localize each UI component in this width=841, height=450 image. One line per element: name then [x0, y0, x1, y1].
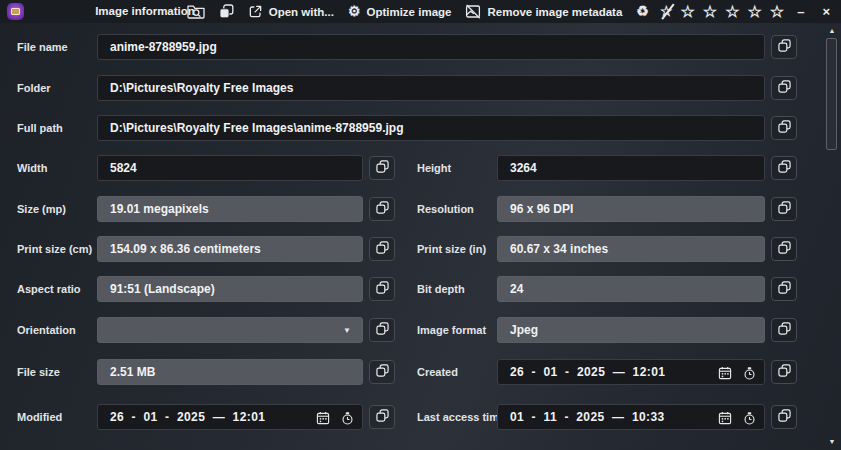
- scrollbar-thumb[interactable]: [826, 38, 837, 150]
- copy-icon: [376, 201, 389, 217]
- last-access-datetime-input[interactable]: 01 - 11 - 2025 — 10:33: [497, 404, 765, 430]
- star-icon: ☆: [680, 1, 694, 22]
- app-logo-icon: [7, 3, 24, 20]
- copy-icon: [778, 322, 791, 338]
- copy-icon: [778, 364, 791, 380]
- orientation-dropdown[interactable]: ▼: [97, 317, 363, 343]
- image-format-value[interactable]: Jpeg: [497, 317, 765, 343]
- row-size-resolution: Size (mp) 19.01 megapixels Resolution 96…: [0, 196, 820, 222]
- remove-metadata-button[interactable]: Remove image metadata: [458, 1, 629, 22]
- clock-icon[interactable]: [740, 364, 758, 382]
- size-mp-label: Size (mp): [17, 196, 66, 222]
- file-size-label: File size: [17, 359, 60, 385]
- last-access-label: Last access time: [417, 404, 505, 430]
- resolution-label: Resolution: [417, 196, 474, 222]
- copy-full-path-button[interactable]: [771, 116, 797, 140]
- gear-icon: ⚙: [348, 1, 361, 22]
- copy-print-cm-button[interactable]: [369, 237, 395, 261]
- clock-icon[interactable]: [338, 409, 356, 427]
- file-name-input[interactable]: anime-8788959.jpg: [97, 34, 765, 60]
- close-button[interactable]: ×: [813, 1, 839, 22]
- copy-image-button[interactable]: [212, 1, 241, 22]
- row-file-name: File name anime-8788959.jpg: [0, 34, 820, 60]
- calendar-icon[interactable]: [716, 409, 734, 427]
- copy-last-access-button[interactable]: [771, 405, 797, 429]
- star-icon: ☆: [725, 1, 739, 22]
- calendar-icon[interactable]: [716, 364, 734, 382]
- copy-print-in-button[interactable]: [771, 237, 797, 261]
- file-size-value[interactable]: 2.51 MB: [97, 359, 363, 385]
- aspect-ratio-label: Aspect ratio: [17, 276, 81, 302]
- copy-file-size-button[interactable]: [369, 360, 395, 384]
- copy-icon: [778, 160, 791, 176]
- copy-width-button[interactable]: [369, 156, 395, 180]
- copy-height-button[interactable]: [771, 156, 797, 180]
- scroll-up-icon[interactable]: ▲: [824, 26, 840, 36]
- bit-depth-value[interactable]: 24: [497, 276, 765, 302]
- copy-icon: [376, 281, 389, 297]
- vertical-scrollbar[interactable]: ▲ ▼: [824, 23, 840, 450]
- copy-size-mp-button[interactable]: [369, 197, 395, 221]
- star-rating-4-button[interactable]: ☆: [743, 1, 765, 22]
- copy-icon: [376, 409, 389, 425]
- orientation-label: Orientation: [17, 317, 76, 343]
- star-rating-2-button[interactable]: ☆: [699, 1, 721, 22]
- copy-icon: [778, 80, 791, 96]
- full-path-input[interactable]: D:\Pictures\Royalty Free Images\anime-87…: [97, 115, 765, 141]
- copy-icon: [376, 241, 389, 257]
- star-icon: ☆: [770, 1, 784, 22]
- titlebar: Image information: [0, 0, 841, 23]
- minimize-button[interactable]: –: [788, 1, 813, 22]
- scroll-down-icon[interactable]: ▼: [824, 437, 840, 447]
- resolution-value[interactable]: 96 x 96 DPI: [497, 196, 765, 222]
- open-with-button[interactable]: Open with...: [241, 1, 341, 22]
- file-name-label: File name: [17, 34, 68, 60]
- aspect-ratio-value[interactable]: 91:51 (Landscape): [97, 276, 363, 302]
- open-with-label: Open with...: [269, 6, 334, 18]
- titlebar-actions: Open with... ⚙ Optimize image Remove ima…: [180, 0, 839, 23]
- print-size-in-label: Print size (in): [417, 236, 486, 262]
- folder-search-icon: [187, 4, 205, 19]
- clear-rating-button[interactable]: ☆: [656, 1, 677, 22]
- row-folder: Folder D:\Pictures\Royalty Free Images: [0, 75, 820, 101]
- copy-aspect-ratio-button[interactable]: [369, 277, 395, 301]
- copy-icon: [778, 241, 791, 257]
- copy-image-format-button[interactable]: [771, 318, 797, 342]
- copy-file-name-button[interactable]: [771, 35, 797, 59]
- width-input[interactable]: 5824: [97, 155, 363, 181]
- copy-bit-depth-button[interactable]: [771, 277, 797, 301]
- row-orientation-format: Orientation ▼ Image format Jpeg: [0, 317, 820, 343]
- copy-orientation-button[interactable]: [369, 318, 395, 342]
- modified-datetime-input[interactable]: 26 - 01 - 2025 — 12:01: [97, 404, 363, 430]
- print-size-in-value[interactable]: 60.67 x 34 inches: [497, 236, 765, 262]
- size-mp-value[interactable]: 19.01 megapixels: [97, 196, 363, 222]
- folder-input[interactable]: D:\Pictures\Royalty Free Images: [97, 75, 765, 101]
- locate-file-button[interactable]: [180, 1, 212, 22]
- modified-label: Modified: [17, 404, 62, 430]
- row-filesize-created: File size 2.51 MB Created 26 - 01 - 2025…: [0, 359, 820, 385]
- copy-folder-button[interactable]: [771, 76, 797, 100]
- created-datetime-input[interactable]: 26 - 01 - 2025 — 12:01: [497, 359, 765, 385]
- copy-resolution-button[interactable]: [771, 197, 797, 221]
- optimize-image-button[interactable]: ⚙ Optimize image: [341, 1, 459, 22]
- copy-icon: [778, 409, 791, 425]
- star-rating-5-button[interactable]: ☆: [766, 1, 788, 22]
- copy-icon: [376, 322, 389, 338]
- print-size-cm-value[interactable]: 154.09 x 86.36 centimeters: [97, 236, 363, 262]
- refresh-rating-button[interactable]: ♻: [629, 1, 656, 22]
- row-full-path: Full path D:\Pictures\Royalty Free Image…: [0, 115, 820, 141]
- calendar-icon[interactable]: [314, 409, 332, 427]
- copy-modified-button[interactable]: [369, 405, 395, 429]
- clock-icon[interactable]: [740, 409, 758, 427]
- copy-icon: [778, 39, 791, 55]
- close-icon: ×: [822, 4, 830, 19]
- star-rating-3-button[interactable]: ☆: [721, 1, 743, 22]
- copy-icon: [376, 160, 389, 176]
- height-input[interactable]: 3264: [497, 155, 765, 181]
- bit-depth-label: Bit depth: [417, 276, 465, 302]
- copy-icon: [778, 120, 791, 136]
- row-print-size: Print size (cm) 154.09 x 86.36 centimete…: [0, 236, 820, 262]
- copy-created-button[interactable]: [771, 360, 797, 384]
- full-path-label: Full path: [17, 115, 63, 141]
- star-rating-1-button[interactable]: ☆: [676, 1, 698, 22]
